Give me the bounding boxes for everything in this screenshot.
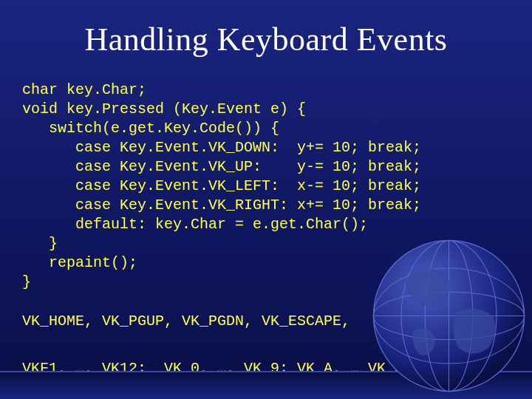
footer-band — [0, 371, 532, 399]
code-block: char key.Char; void key.Pressed (Key.Eve… — [22, 81, 502, 292]
slide-title: Handling Keyboard Events — [30, 21, 502, 58]
constants-block: VK_HOME, VK_PGUP, VK_PGDN, VK_ESCAPE, VK… — [22, 310, 502, 381]
slide: Handling Keyboard Events char key.Char; … — [0, 0, 532, 399]
